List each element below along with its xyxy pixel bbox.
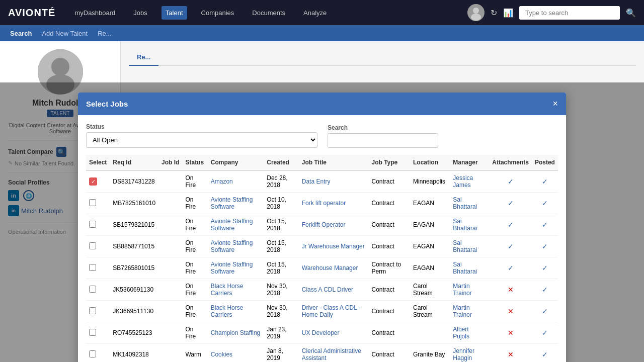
user-avatar[interactable] xyxy=(467,4,485,21)
manager-link[interactable]: Sai Bhattarai xyxy=(453,261,477,275)
cell-req-id: DS8317431228 xyxy=(110,170,158,193)
manager-link[interactable]: Martin Trainor xyxy=(453,304,472,318)
cell-job-type: Contract xyxy=(369,344,410,363)
status-filter-group: Status All Open Active Closed xyxy=(86,123,317,148)
company-link[interactable]: Avionte Staffing Software xyxy=(211,239,253,253)
job-title-link[interactable]: Warehouse Manager xyxy=(302,264,358,272)
company-link[interactable]: Avionte Staffing Software xyxy=(211,196,253,210)
top-navigation: AVIONTÉ myDashboard Jobs Talent Companie… xyxy=(0,0,644,25)
select-jobs-modal: Select Jobs × Status All Open Active Clo… xyxy=(78,93,566,362)
cell-posted: ✓ xyxy=(532,193,558,214)
refresh-icon[interactable]: ↻ xyxy=(491,8,497,18)
posted-check-icon: ✓ xyxy=(542,329,548,337)
cell-location: EAGAN xyxy=(410,214,450,236)
status-filter-select[interactable]: All Open Active Closed xyxy=(86,132,317,148)
manager-link[interactable]: Martin Trainor xyxy=(453,283,472,297)
cell-status: On Fire xyxy=(182,301,207,322)
job-title-link[interactable]: Data Entry xyxy=(302,178,331,185)
cell-req-id: JK3669511130 xyxy=(110,301,158,322)
table-row: ✓DS8317431228On FireAmazonDec 28, 2018Da… xyxy=(86,170,558,193)
manager-link[interactable]: Sai Bhattarai xyxy=(453,196,477,210)
cell-job-type: Contract xyxy=(369,236,410,257)
job-title-link[interactable]: Class A CDL Driver xyxy=(302,286,353,293)
sub-nav-re[interactable]: Re... xyxy=(98,30,111,37)
cell-attachments: ✕ xyxy=(489,301,532,322)
manager-link[interactable]: Jessica James xyxy=(453,174,473,189)
row-checkbox[interactable] xyxy=(89,199,96,206)
svg-point-1 xyxy=(473,8,479,14)
attachment-check-icon: ✓ xyxy=(508,177,514,186)
cell-created: Nov 30, 2018 xyxy=(264,301,299,322)
row-checkbox[interactable] xyxy=(89,286,96,293)
cell-job-id xyxy=(158,170,182,193)
sub-nav-search[interactable]: Search xyxy=(10,30,32,37)
cell-posted: ✓ xyxy=(532,214,558,236)
job-title-link[interactable]: Driver - Class A CDL - Home Daily xyxy=(302,304,361,318)
cell-status: On Fire xyxy=(182,193,207,214)
cell-job-type: Contract xyxy=(369,301,410,322)
cell-attachments: ✓ xyxy=(489,170,532,193)
job-title-link[interactable]: Jr Warehouse Manager xyxy=(302,243,365,250)
row-checkbox[interactable] xyxy=(89,264,96,271)
svg-point-4 xyxy=(51,58,69,76)
cell-job-type: Contract xyxy=(369,279,410,301)
global-search-button[interactable]: 🔍 xyxy=(626,8,636,18)
company-link[interactable]: Black Horse Carriers xyxy=(211,283,244,297)
company-link[interactable]: Black Horse Carriers xyxy=(211,304,244,318)
company-link[interactable]: Cookies xyxy=(211,351,232,358)
chart-icon[interactable]: 📊 xyxy=(503,8,513,18)
cell-location: Carol Stream xyxy=(410,301,450,322)
cell-job-id xyxy=(158,193,182,214)
nav-jobs[interactable]: Jobs xyxy=(129,6,151,20)
nav-talent[interactable]: Talent xyxy=(162,6,187,20)
content-tabs: Re... xyxy=(129,49,636,66)
manager-link[interactable]: Jennifer Haggin xyxy=(453,347,474,361)
cell-status: On Fire xyxy=(182,170,207,193)
job-title-link[interactable]: Clerical Administrative Assistant xyxy=(302,347,361,361)
col-req-id: Req Id xyxy=(110,155,158,170)
row-checkbox[interactable] xyxy=(89,329,96,336)
tab-resume[interactable]: Re... xyxy=(129,49,158,66)
row-checkbox[interactable] xyxy=(89,242,96,249)
attachment-check-icon: ✓ xyxy=(508,242,514,250)
col-job-type: Job Type xyxy=(369,155,410,170)
cell-posted: ✓ xyxy=(532,344,558,363)
cell-created: Oct 15, 2018 xyxy=(264,214,299,236)
posted-check-icon: ✓ xyxy=(542,199,548,207)
manager-link[interactable]: Sai Bhattarai xyxy=(453,239,477,253)
row-checkbox[interactable] xyxy=(89,221,96,228)
modal-overlay: Select Jobs × Status All Open Active Clo… xyxy=(0,82,644,362)
job-title-link[interactable]: Fork lift operator xyxy=(302,200,346,207)
nav-analyze[interactable]: Analyze xyxy=(299,6,331,20)
cell-status: On Fire xyxy=(182,236,207,257)
global-search-input[interactable] xyxy=(519,6,620,20)
nav-companies[interactable]: Companies xyxy=(197,6,238,20)
nav-documents[interactable]: Documents xyxy=(248,6,289,20)
company-link[interactable]: Avionte Staffing Software xyxy=(211,261,253,275)
cell-status: On Fire xyxy=(182,257,207,279)
posted-check-icon: ✓ xyxy=(542,221,548,229)
cell-req-id: SB8858771015 xyxy=(110,236,158,257)
table-header-row: Select Req Id Job Id Status Company Crea… xyxy=(86,155,558,170)
company-link[interactable]: Avionte Staffing Software xyxy=(211,218,253,232)
nav-mydashboard[interactable]: myDashboard xyxy=(70,6,119,20)
manager-link[interactable]: Sai Bhattarai xyxy=(453,218,477,232)
row-checkbox-checked[interactable]: ✓ xyxy=(89,177,97,186)
job-title-link[interactable]: UX Developer xyxy=(302,329,340,336)
cell-created: Jan 23, 2019 xyxy=(264,322,299,344)
modal-filters: Status All Open Active Closed Search xyxy=(86,123,558,148)
posted-check-icon: ✓ xyxy=(542,307,548,315)
cell-created: Jan 8, 2019 xyxy=(264,344,299,363)
modal-close-button[interactable]: × xyxy=(552,99,558,109)
company-link[interactable]: Champion Staffing xyxy=(211,329,261,336)
jobs-search-input[interactable] xyxy=(328,133,438,148)
table-row: JK3669511130On FireBlack Horse CarriersN… xyxy=(86,301,558,322)
search-filter-label: Search xyxy=(328,124,438,131)
row-checkbox[interactable] xyxy=(89,307,96,314)
col-company: Company xyxy=(208,155,264,170)
job-title-link[interactable]: Forklift Operator xyxy=(302,221,346,228)
company-link[interactable]: Amazon xyxy=(211,178,233,185)
row-checkbox[interactable] xyxy=(89,350,96,357)
manager-link[interactable]: Albert Pujols xyxy=(453,326,469,340)
sub-nav-add-new-talent[interactable]: Add New Talent xyxy=(42,30,88,37)
